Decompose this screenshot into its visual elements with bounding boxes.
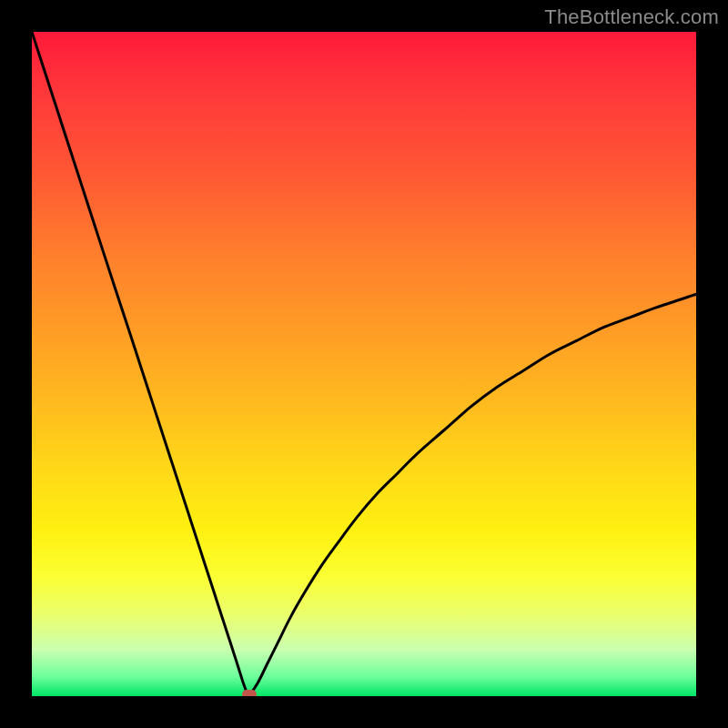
chart-frame: TheBottleneck.com — [0, 0, 728, 728]
minimum-marker — [242, 690, 257, 696]
bottleneck-curve — [32, 32, 696, 694]
watermark-text: TheBottleneck.com — [544, 5, 719, 29]
plot-area — [32, 32, 696, 696]
curve-svg — [32, 32, 696, 696]
